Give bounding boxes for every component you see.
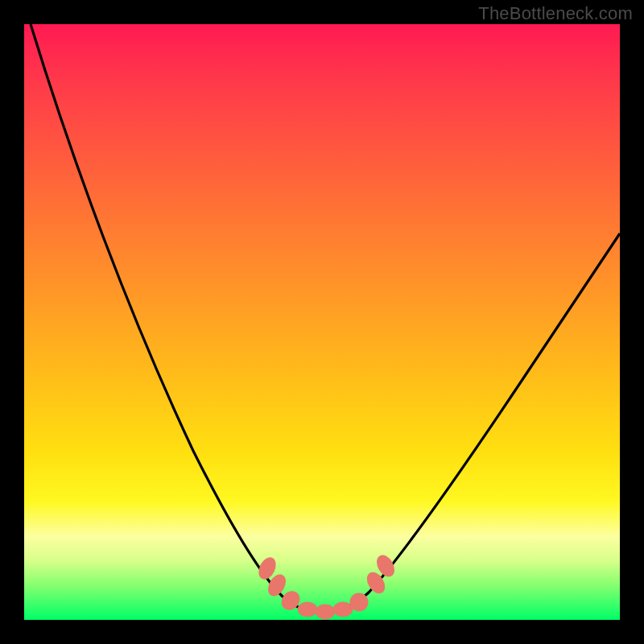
watermark-text: TheBottleneck.com [478,3,633,24]
marker-group [256,552,398,619]
marker [316,605,335,619]
chart-frame: TheBottleneck.com [0,0,644,644]
curve-layer [24,24,620,620]
plot-area [24,24,620,620]
bottleneck-curve [31,24,620,612]
marker [298,602,317,617]
marker [333,602,353,617]
